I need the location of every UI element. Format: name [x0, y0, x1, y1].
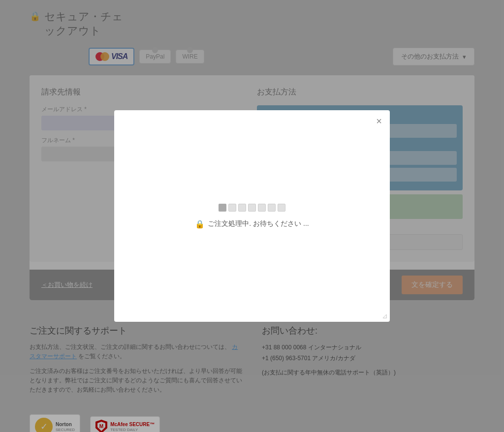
- processing-message: ご注文処理中. お待ちください ...: [208, 219, 309, 228]
- modal-content: 🔒 ご注文処理中. お待ちください ...: [195, 204, 309, 229]
- processing-modal: × 🔒 ご注文処理中. お待ちください ... ⊿: [114, 110, 390, 322]
- modal-close-button[interactable]: ×: [376, 116, 382, 126]
- loading-bar: [219, 204, 285, 212]
- processing-lock-icon: 🔒: [195, 219, 205, 229]
- loading-segment-2: [228, 204, 236, 212]
- modal-overlay: × 🔒 ご注文処理中. お待ちください ... ⊿: [0, 0, 504, 432]
- loading-segment-3: [238, 204, 246, 212]
- loading-segment-6: [268, 204, 276, 212]
- resize-handle: ⊿: [382, 312, 388, 320]
- loading-segment-4: [248, 204, 256, 212]
- processing-text: 🔒 ご注文処理中. お待ちください ...: [195, 219, 309, 229]
- loading-segment-5: [258, 204, 266, 212]
- loading-segment-1: [219, 204, 226, 212]
- loading-segment-7: [278, 204, 285, 212]
